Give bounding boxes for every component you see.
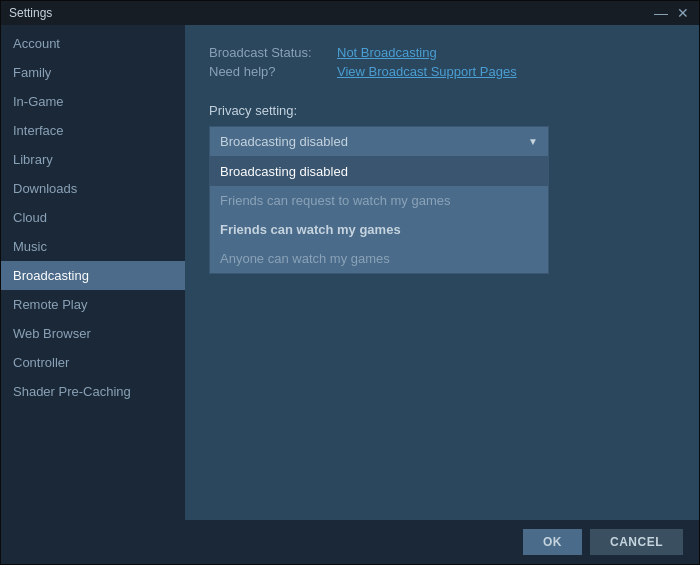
sidebar-item-library[interactable]: Library [1, 145, 185, 174]
privacy-setting-label: Privacy setting: [209, 103, 675, 118]
dropdown-list: Broadcasting disabledFriends can request… [209, 157, 549, 274]
dropdown-option-friends-watch[interactable]: Friends can watch my games [210, 215, 548, 244]
main-panel: Broadcast Status: Not Broadcasting Need … [185, 25, 699, 520]
sidebar-item-in-game[interactable]: In-Game [1, 87, 185, 116]
sidebar: AccountFamilyIn-GameInterfaceLibraryDown… [1, 25, 185, 520]
sidebar-item-cloud[interactable]: Cloud [1, 203, 185, 232]
sidebar-item-account[interactable]: Account [1, 29, 185, 58]
dropdown-option-disabled[interactable]: Broadcasting disabled [210, 157, 548, 186]
window-title: Settings [9, 6, 52, 20]
title-bar: Settings — ✕ [1, 1, 699, 25]
close-button[interactable]: ✕ [675, 6, 691, 20]
need-help-row: Need help? View Broadcast Support Pages [209, 64, 675, 79]
sidebar-item-web-browser[interactable]: Web Browser [1, 319, 185, 348]
ok-button[interactable]: OK [523, 529, 582, 555]
need-help-label: Need help? [209, 64, 329, 79]
minimize-button[interactable]: — [653, 6, 669, 20]
broadcast-status-value[interactable]: Not Broadcasting [337, 45, 437, 60]
footer: OK CANCEL [1, 520, 699, 564]
dropdown-arrow-icon: ▼ [528, 136, 538, 147]
broadcast-status-row: Broadcast Status: Not Broadcasting [209, 45, 675, 60]
broadcast-status-label: Broadcast Status: [209, 45, 329, 60]
settings-window: Settings — ✕ AccountFamilyIn-GameInterfa… [0, 0, 700, 565]
cancel-button[interactable]: CANCEL [590, 529, 683, 555]
sidebar-item-shader-pre-caching[interactable]: Shader Pre-Caching [1, 377, 185, 406]
content-area: AccountFamilyIn-GameInterfaceLibraryDown… [1, 25, 699, 520]
window-controls: — ✕ [653, 6, 691, 20]
dropdown-selected-value: Broadcasting disabled [220, 134, 348, 149]
sidebar-item-controller[interactable]: Controller [1, 348, 185, 377]
support-pages-link[interactable]: View Broadcast Support Pages [337, 64, 517, 79]
privacy-dropdown[interactable]: Broadcasting disabled ▼ Broadcasting dis… [209, 126, 549, 157]
sidebar-item-interface[interactable]: Interface [1, 116, 185, 145]
sidebar-item-remote-play[interactable]: Remote Play [1, 290, 185, 319]
sidebar-item-downloads[interactable]: Downloads [1, 174, 185, 203]
sidebar-item-music[interactable]: Music [1, 232, 185, 261]
sidebar-item-family[interactable]: Family [1, 58, 185, 87]
dropdown-option-friends-request[interactable]: Friends can request to watch my games [210, 186, 548, 215]
dropdown-header[interactable]: Broadcasting disabled ▼ [209, 126, 549, 157]
dropdown-option-anyone-watch[interactable]: Anyone can watch my games [210, 244, 548, 273]
sidebar-item-broadcasting[interactable]: Broadcasting [1, 261, 185, 290]
